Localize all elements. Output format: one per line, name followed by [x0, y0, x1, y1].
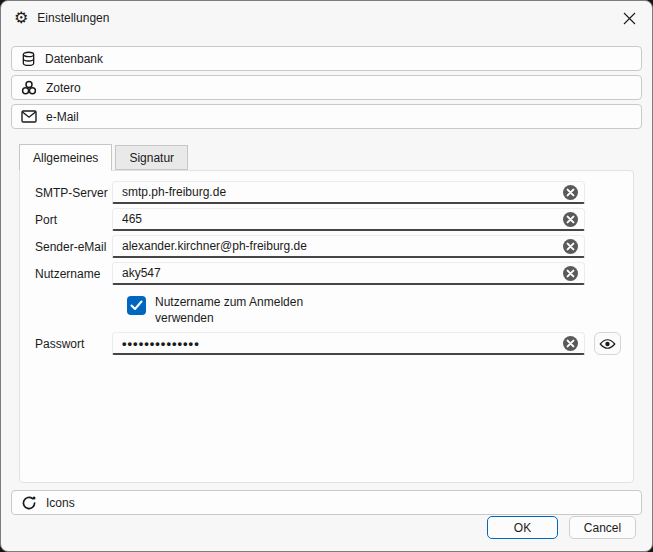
tab-allgemeines[interactable]: Allgemeines — [19, 144, 112, 171]
login-checkbox-row: Nutzername zum Anmelden verwenden — [127, 294, 633, 326]
section-email[interactable]: e-Mail — [11, 104, 642, 129]
section-label: Zotero — [46, 81, 81, 95]
tab-signatur[interactable]: Signatur — [115, 145, 188, 170]
section-label: e-Mail — [46, 110, 79, 124]
cancel-button[interactable]: Cancel — [569, 516, 636, 539]
clear-smtp-server-button[interactable] — [562, 184, 579, 201]
section-label: Datenbank — [45, 52, 103, 66]
clear-nutzername-button[interactable] — [562, 265, 579, 282]
passwort-label: Passwort — [35, 337, 112, 351]
close-button[interactable] — [606, 2, 652, 34]
sender-email-label: Sender-eMail — [35, 240, 112, 254]
smtp-server-label: SMTP-Server — [35, 186, 112, 200]
zotero-icon — [21, 80, 37, 96]
clear-icon — [562, 265, 579, 282]
refresh-icon — [21, 495, 37, 511]
nutzername-row: Nutzername — [20, 260, 633, 287]
port-input[interactable] — [112, 208, 585, 231]
checkbox-label: Nutzername zum Anmelden verwenden — [155, 294, 305, 326]
passwort-row: Passwort — [20, 330, 633, 357]
reveal-password-button[interactable] — [594, 332, 621, 355]
section-list: Datenbank Zotero e-Mail — [11, 46, 642, 129]
eye-icon — [599, 338, 616, 350]
section-zotero[interactable]: Zotero — [11, 75, 642, 100]
smtp-server-input[interactable] — [112, 181, 585, 204]
close-icon — [623, 12, 636, 25]
sender-email-row: Sender-eMail — [20, 233, 633, 260]
section-label: Icons — [46, 496, 75, 510]
clear-passwort-button[interactable] — [562, 335, 579, 352]
nutzername-label: Nutzername — [35, 267, 112, 281]
title-bar: ⚙ Einstellungen — [1, 1, 652, 35]
section-datenbank[interactable]: Datenbank — [11, 46, 642, 71]
clear-icon — [562, 335, 579, 352]
gear-icon: ⚙ — [14, 10, 28, 26]
settings-dialog: ⚙ Einstellungen Datenbank — [0, 0, 653, 552]
nutzername-anmelden-checkbox[interactable] — [127, 296, 146, 315]
clear-icon — [562, 238, 579, 255]
section-icons[interactable]: Icons — [11, 490, 642, 515]
dialog-footer: OK Cancel — [487, 516, 636, 539]
clear-port-button[interactable] — [562, 211, 579, 228]
email-settings-panel: SMTP-Server Port — [19, 170, 634, 483]
sender-email-input[interactable] — [112, 235, 585, 258]
ok-button[interactable]: OK — [487, 516, 558, 539]
passwort-input[interactable] — [112, 332, 585, 355]
port-label: Port — [35, 213, 112, 227]
clear-sender-email-button[interactable] — [562, 238, 579, 255]
clear-icon — [562, 184, 579, 201]
mail-icon — [21, 110, 37, 123]
nutzername-input[interactable] — [112, 262, 585, 285]
clear-icon — [562, 211, 579, 228]
check-icon — [130, 300, 143, 311]
window-title: Einstellungen — [37, 11, 109, 25]
port-row: Port — [20, 206, 633, 233]
database-icon — [21, 51, 36, 67]
smtp-server-row: SMTP-Server — [20, 179, 633, 206]
email-tabstrip: Allgemeines Signatur — [19, 144, 634, 170]
